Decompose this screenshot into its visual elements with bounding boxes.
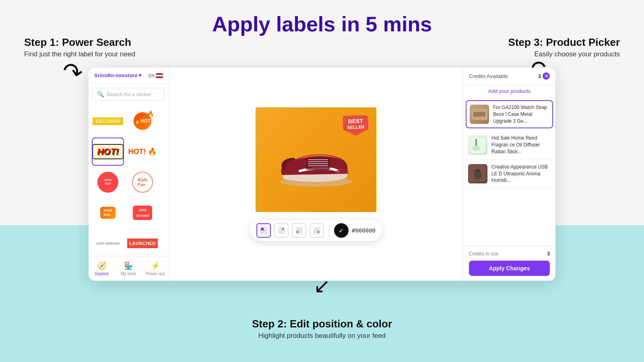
bottom-right-icon (313, 227, 320, 234)
step3-subtitle: Easily choose your products (508, 50, 620, 58)
sidebar: Srinidhi-mmstore▼ EN 🔍 Search for a stic… (89, 68, 169, 281)
store-name: Srinidhi-mmstore▼ (94, 72, 143, 78)
right-panel: Credits Available 3 ✕ Add your products … (463, 68, 555, 281)
svg-rect-17 (296, 231, 299, 233)
position-bottom-right-btn[interactable] (310, 223, 324, 238)
position-color-toolbar: ✓ #000000 (250, 220, 382, 241)
svg-rect-7 (261, 228, 264, 230)
add-products-button[interactable]: Add your products (463, 85, 555, 98)
svg-point-30 (476, 169, 480, 172)
lang-badge: EN (149, 73, 163, 78)
credits-icon: ✕ (543, 72, 550, 80)
sticker-just-arrived-2[interactable]: JUST ARRIVED (92, 229, 124, 256)
svg-rect-15 (296, 228, 299, 230)
position-bottom-left-btn[interactable] (292, 223, 306, 238)
credits-available-label: Credits Available (469, 73, 508, 79)
svg-point-27 (472, 146, 480, 151)
sticker-hot-comic[interactable]: HOT! (92, 138, 124, 166)
app-window: Srinidhi-mmstore▼ EN 🔍 Search for a stic… (89, 68, 555, 281)
svg-rect-12 (282, 228, 284, 230)
color-check-icon: ✓ (339, 227, 344, 234)
svg-rect-8 (264, 228, 266, 230)
sticker-row-1: EXCLUSIVE 🔥HOT (92, 107, 165, 135)
step1-title: Step 1: Power Search (24, 36, 135, 49)
svg-rect-22 (317, 231, 320, 233)
svg-rect-25 (470, 137, 486, 153)
sticker-launched[interactable]: LAUNCHED (126, 229, 159, 256)
sticker-row-2: HOT! HOT! 🔥 (92, 138, 165, 166)
sticker-exclusive[interactable]: EXCLUSIVE (92, 107, 124, 135)
sticker-row-3: KIDS FAV KidsFav (92, 168, 165, 196)
credits-in-use-row: Credits in use 3 (469, 251, 550, 257)
svg-rect-24 (473, 112, 485, 117)
svg-rect-9 (261, 231, 263, 233)
sticker-row-4: KIDSFAV Just Arrived (92, 199, 165, 227)
product-name-2: Hot Sale Home Reed Fragran ce Oil Diffus… (491, 135, 551, 155)
product-item-1[interactable]: For GA2100 Watch Strap Beze l Case Metal… (466, 100, 553, 128)
sticker-row-5: JUST ARRIVED LAUNCHED (92, 229, 165, 256)
sticker-kids-fav-circle-visual: KIDS FAV (97, 172, 118, 193)
nav-power-ups-label: Power ups (146, 272, 165, 276)
product-name-3: Creative Appearance USB LE D Ultrasonic … (491, 164, 551, 184)
nav-my-store-label: My store (121, 272, 136, 276)
color-hex-value: #000000 (352, 227, 376, 234)
step2-subtitle: Highlight products beautifully on your f… (252, 332, 392, 340)
product-item-2[interactable]: Hot Sale Home Reed Fragran ce Oil Diffus… (463, 131, 555, 159)
credits-count: 3 ✕ (538, 72, 550, 80)
credits-header: Credits Available 3 ✕ (463, 68, 555, 85)
search-box[interactable]: 🔍 Search for a sticker (93, 88, 165, 101)
top-left-icon (260, 227, 267, 234)
svg-rect-14 (282, 231, 284, 233)
sticker-hot-text[interactable]: HOT! 🔥 (126, 138, 159, 166)
position-top-right-btn[interactable] (274, 223, 289, 238)
main-content: BEST SELLER (169, 68, 463, 281)
svg-rect-26 (475, 139, 477, 147)
flag-icon (156, 73, 163, 78)
position-top-left-btn[interactable] (256, 223, 271, 238)
sticker-launched-visual: LAUNCHED (126, 239, 159, 248)
arrow-step1-icon: ↷ (60, 59, 85, 86)
step2-label: Step 2: Edit position & color Highlight … (252, 318, 392, 340)
svg-rect-20 (317, 228, 320, 230)
explore-icon: 🧭 (97, 261, 106, 270)
my-store-icon: 🏪 (124, 261, 133, 270)
search-placeholder-text: Search for a sticker (106, 91, 151, 97)
toolbar-divider (329, 224, 329, 237)
step3-title: Step 3: Product Picker (508, 36, 620, 49)
svg-rect-21 (314, 231, 316, 233)
sticker-exclusive-label: EXCLUSIVE (92, 117, 123, 125)
credits-in-use-label: Credits in use (469, 251, 498, 257)
step1-subtitle: Find just the right label for your need (24, 50, 135, 58)
apply-changes-button[interactable]: Apply Changes (469, 261, 550, 276)
sidebar-nav: 🧭 Explore 🏪 My store ⚡ Power ups (89, 256, 169, 281)
page-title: Apply labels in 5 mins (212, 12, 432, 36)
top-right-icon (278, 227, 285, 234)
sticker-just-arrived-visual: Just Arrived (133, 206, 152, 220)
sticker-hot-text-visual: HOT! 🔥 (128, 147, 157, 156)
sticker-hot-fire[interactable]: 🔥HOT (126, 107, 159, 135)
product-image-container: BEST SELLER (256, 107, 376, 212)
nav-explore[interactable]: 🧭 Explore (89, 260, 115, 278)
nav-my-store[interactable]: 🏪 My store (115, 260, 142, 278)
step3-label: Step 3: Product Picker Easily choose you… (508, 36, 620, 58)
sticker-just-arrived[interactable]: Just Arrived (126, 199, 159, 227)
sticker-kids-fav-badge[interactable]: KIDSFAV (92, 199, 124, 227)
shoe-illustration (272, 128, 360, 192)
product-thumb-1 (470, 105, 489, 124)
bottom-left-icon (295, 227, 303, 234)
product-thumb-3 (468, 164, 487, 183)
product-thumb-2 (468, 136, 487, 155)
product-name-1: For GA2100 Watch Strap Beze l Case Metal… (493, 104, 549, 124)
color-picker-btn[interactable]: ✓ (334, 223, 349, 238)
power-ups-icon: ⚡ (151, 261, 160, 270)
nav-power-ups[interactable]: ⚡ Power ups (142, 260, 169, 278)
product-item-3[interactable]: Creative Appearance USB LE D Ultrasonic … (463, 160, 555, 188)
arrow-step2-icon: ↙ (314, 274, 330, 298)
step1-label: Step 1: Power Search Find just the right… (24, 36, 135, 58)
sidebar-header: Srinidhi-mmstore▼ EN (89, 68, 169, 84)
credits-in-use-value: 3 (547, 251, 550, 257)
sticker-kids-fav-script[interactable]: KidsFav (126, 168, 159, 196)
svg-rect-18 (299, 231, 302, 233)
sticker-kids-fav-circle[interactable]: KIDS FAV (92, 168, 124, 196)
svg-rect-13 (279, 231, 281, 233)
